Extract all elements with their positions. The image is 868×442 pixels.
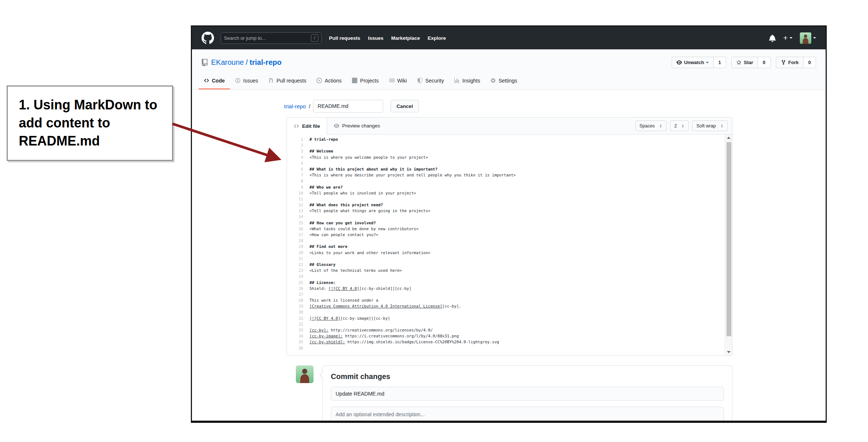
repo-owner-link[interactable]: EKaroune	[211, 58, 244, 66]
header-nav-marketplace[interactable]: Marketplace	[391, 35, 420, 41]
line-number: 9	[287, 185, 303, 190]
code-line: 14	[287, 214, 732, 220]
code-text: ## Welcome	[303, 148, 333, 154]
line-number: 25	[287, 280, 303, 286]
code-text: <Tell people who is involved in your pro…	[303, 190, 416, 196]
code-text	[303, 214, 309, 220]
notifications-bell-icon[interactable]	[769, 34, 776, 42]
repo-tab-code[interactable]: Code	[199, 73, 230, 90]
unwatch-count[interactable]: 1	[714, 57, 726, 68]
commit-message-input[interactable]	[331, 387, 724, 401]
tab-preview-changes[interactable]: Preview changes	[327, 117, 387, 134]
code-line: 21	[287, 256, 732, 262]
annotation-text: 1. Using MarkDown to add content to READ…	[19, 97, 157, 148]
line-number: 20	[287, 250, 303, 256]
github-logo-icon[interactable]	[202, 32, 214, 44]
updown-arrows-icon	[720, 124, 724, 128]
header-nav-explore[interactable]: Explore	[428, 35, 446, 41]
code-editor[interactable]: 1# trial-repo23## Welcome4<This is where…	[287, 134, 732, 355]
indent-size-select-value: 2	[674, 123, 677, 129]
file-editor-card: Edit file Preview changes Spaces2Soft wr…	[287, 117, 732, 356]
code-text: [Creative Commons Attribution 4.0 Intern…	[303, 304, 461, 309]
code-text: ## Find out more	[303, 244, 347, 250]
create-new-menu[interactable]: +	[783, 34, 792, 42]
code-text	[303, 274, 309, 280]
scrollbar-up-arrow[interactable]	[725, 134, 732, 141]
indent-mode-select[interactable]: Spaces	[636, 120, 667, 131]
scrollbar-thumb[interactable]	[727, 142, 731, 336]
code-text: [cc-by-shield]: https://img.shields.io/b…	[303, 339, 499, 345]
updown-arrows-icon	[681, 124, 685, 128]
code-text: <This is where you welcome people to you…	[303, 155, 428, 161]
star-count[interactable]: 0	[758, 57, 770, 68]
repo-tab-issues[interactable]: Issues	[230, 73, 263, 90]
line-number: 3	[287, 148, 303, 154]
fork-count[interactable]: 0	[804, 57, 816, 68]
fork-button[interactable]: Fork	[776, 57, 804, 68]
line-number: 13	[287, 208, 303, 214]
commit-avatar	[296, 365, 314, 383]
repo-tab-insights[interactable]: Insights	[449, 73, 485, 90]
repo-tab-wiki[interactable]: Wiki	[384, 73, 412, 90]
user-menu[interactable]	[800, 32, 816, 44]
indent-size-select[interactable]: 2	[670, 120, 689, 131]
code-text	[303, 238, 309, 244]
header-search[interactable]: /	[221, 32, 322, 44]
star-icon	[736, 60, 742, 65]
graph-icon	[454, 78, 460, 83]
line-number: 15	[287, 220, 303, 226]
star-button[interactable]: Star	[731, 57, 758, 68]
wrap-mode-select[interactable]: Soft wrap	[692, 120, 728, 131]
commit-heading: Commit changes	[331, 372, 724, 381]
code-line: 9## Who we are?	[287, 185, 732, 190]
repo-tab-insights-label: Insights	[462, 78, 480, 84]
annotation-callout: 1. Using MarkDown to add content to READ…	[7, 85, 173, 161]
repo-header: EKaroune/trial-repo Unwatch1Star0Fork0	[192, 49, 826, 73]
commit-description-textarea[interactable]	[331, 407, 724, 423]
code-line: 29[Creative Commons Attribution 4.0 Inte…	[287, 304, 732, 309]
line-number: 8	[287, 178, 303, 184]
line-number: 6	[287, 166, 303, 172]
code-line: 2	[287, 143, 732, 148]
code-line: 18	[287, 238, 732, 244]
repo-tab-projects[interactable]: Projects	[347, 73, 384, 90]
code-lines: 1# trial-repo23## Welcome4<This is where…	[287, 137, 732, 351]
breadcrumb-repo-link[interactable]: trial-repo	[284, 103, 306, 109]
code-text	[303, 161, 309, 166]
code-text	[303, 292, 309, 298]
header-nav-issues[interactable]: Issues	[368, 35, 384, 41]
cancel-button[interactable]: Cancel	[391, 100, 419, 112]
line-number: 1	[287, 137, 303, 143]
code-text: <List of the technical terms used here>	[303, 268, 402, 274]
code-text	[303, 196, 309, 202]
line-number: 17	[287, 232, 303, 238]
line-number: 12	[287, 202, 303, 208]
repo-tab-actions[interactable]: Actions	[311, 73, 347, 90]
tab-edit-file[interactable]: Edit file	[287, 117, 327, 134]
code-line: 36	[287, 345, 732, 351]
repo-tab-settings[interactable]: Settings	[485, 73, 522, 90]
repo-tab-security[interactable]: Security	[412, 73, 449, 90]
header-nav-pull-requests[interactable]: Pull requests	[329, 35, 360, 41]
code-line: 32	[287, 322, 732, 327]
code-line: 25## License:	[287, 280, 732, 286]
repo-tab-nav: CodeIssuesPull requestsActionsProjectsWi…	[192, 73, 826, 90]
line-number: 26	[287, 286, 303, 292]
repo-tab-issues-label: Issues	[243, 78, 258, 84]
plus-icon: +	[783, 34, 788, 42]
repo-name-link[interactable]: trial-repo	[250, 58, 282, 66]
editor-scrollbar[interactable]	[725, 134, 732, 355]
header-avatar[interactable]	[800, 32, 811, 44]
scrollbar-down-arrow[interactable]	[725, 349, 732, 355]
filename-input[interactable]	[313, 100, 383, 113]
code-line: 12## What does this project need?	[287, 202, 732, 208]
code-icon	[204, 78, 209, 83]
unwatch-button[interactable]: Unwatch	[672, 57, 714, 68]
pr-icon	[268, 78, 274, 83]
search-input[interactable]	[224, 35, 311, 41]
line-number: 35	[287, 339, 303, 345]
code-text: ## Glossary	[303, 262, 336, 268]
line-number: 36	[287, 345, 303, 351]
code-line: 23<List of the technical terms used here…	[287, 268, 732, 274]
repo-tab-pull-requests[interactable]: Pull requests	[263, 73, 311, 90]
